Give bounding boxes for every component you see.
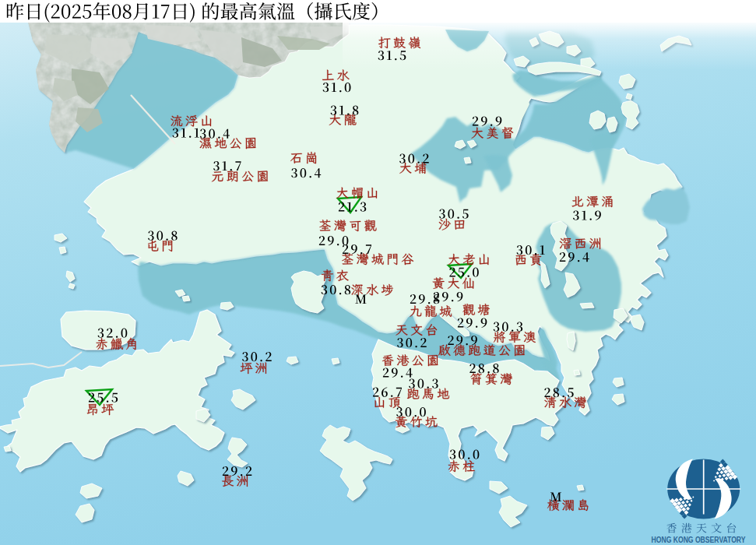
svg-text:HONG KONG OBSERVATORY: HONG KONG OBSERVATORY (652, 535, 746, 544)
